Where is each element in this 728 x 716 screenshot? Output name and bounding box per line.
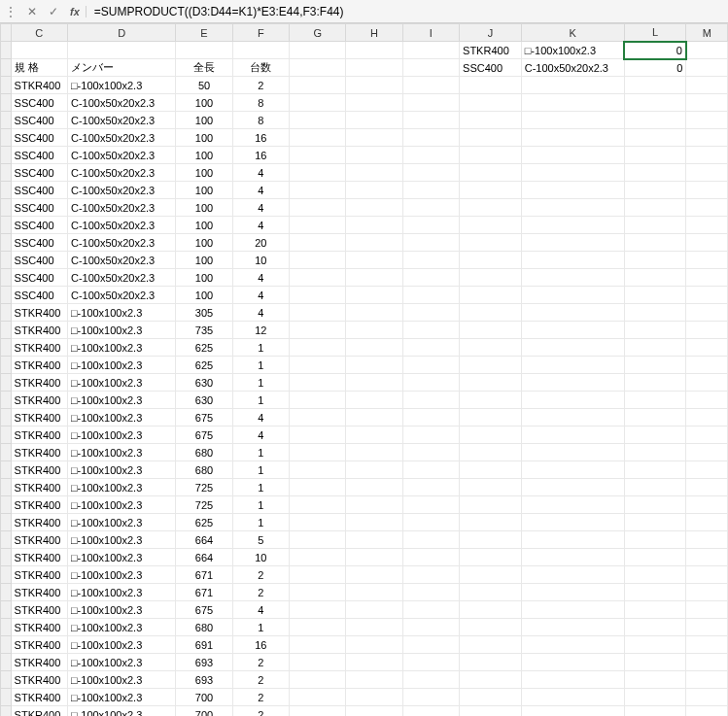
cell[interactable]: STKR400	[11, 636, 67, 654]
cell[interactable]: STKR400	[11, 444, 67, 461]
cell[interactable]: 680	[176, 619, 232, 636]
cell[interactable]: □-100x100x2.3	[67, 374, 175, 392]
cell[interactable]	[402, 147, 459, 164]
row-header[interactable]	[1, 182, 12, 199]
cell[interactable]: □-100x100x2.3	[67, 601, 175, 619]
col-header-E[interactable]: E	[176, 24, 232, 42]
row-header[interactable]	[1, 357, 12, 374]
cell[interactable]: STKR400	[11, 531, 67, 549]
cell[interactable]: STKR400	[11, 479, 67, 496]
cell[interactable]	[521, 77, 624, 94]
cell[interactable]	[346, 619, 402, 636]
cell[interactable]: 1	[232, 461, 289, 479]
cell[interactable]	[686, 426, 728, 444]
cell[interactable]: SSC400	[11, 269, 67, 287]
cell[interactable]	[521, 339, 624, 357]
cell[interactable]	[624, 269, 686, 287]
cell[interactable]	[686, 671, 728, 689]
cell[interactable]	[521, 269, 624, 287]
cell[interactable]: 625	[176, 514, 232, 531]
cell[interactable]	[686, 444, 728, 461]
cell[interactable]	[460, 392, 522, 409]
row-header[interactable]	[1, 234, 12, 252]
cell[interactable]	[624, 199, 686, 217]
cell[interactable]	[402, 584, 459, 601]
cell[interactable]: STKR400	[11, 689, 67, 706]
cell[interactable]: STKR400	[11, 409, 67, 426]
cell[interactable]	[521, 252, 624, 269]
cell[interactable]	[290, 496, 346, 514]
cell[interactable]	[346, 217, 402, 234]
fx-icon[interactable]: fx	[64, 6, 87, 17]
cell[interactable]	[346, 689, 402, 706]
cell[interactable]	[521, 496, 624, 514]
cell[interactable]	[686, 269, 728, 287]
cell[interactable]: □-100x100x2.3	[67, 636, 175, 654]
cell[interactable]	[686, 112, 728, 129]
row-header[interactable]	[1, 426, 12, 444]
cell[interactable]	[460, 479, 522, 496]
row-header[interactable]	[1, 706, 12, 717]
cell[interactable]	[290, 269, 346, 287]
cell[interactable]: STKR400	[11, 357, 67, 374]
cell[interactable]	[402, 287, 459, 304]
cell[interactable]: C-100x50x20x2.3	[67, 129, 175, 147]
cell[interactable]	[521, 322, 624, 339]
row-header[interactable]	[1, 217, 12, 234]
cell[interactable]	[402, 654, 459, 671]
cell[interactable]	[346, 94, 402, 112]
cell[interactable]	[290, 199, 346, 217]
cell[interactable]	[346, 374, 402, 392]
cell[interactable]	[402, 496, 459, 514]
cell[interactable]: 0	[624, 59, 686, 77]
cell[interactable]	[346, 164, 402, 182]
cell[interactable]	[521, 531, 624, 549]
cell[interactable]	[460, 461, 522, 479]
cell[interactable]: 16	[232, 129, 289, 147]
cell[interactable]	[290, 217, 346, 234]
cell[interactable]: C-100x50x20x2.3	[67, 199, 175, 217]
cell[interactable]	[176, 42, 232, 59]
cell[interactable]	[460, 636, 522, 654]
cell[interactable]	[521, 147, 624, 164]
cell[interactable]	[346, 392, 402, 409]
cell[interactable]: SSC400	[11, 287, 67, 304]
cell[interactable]	[521, 444, 624, 461]
row-header[interactable]	[1, 531, 12, 549]
cell[interactable]	[402, 479, 459, 496]
cell[interactable]	[521, 234, 624, 252]
cell[interactable]	[521, 514, 624, 531]
enter-icon[interactable]: ✓	[43, 1, 64, 22]
cell[interactable]: SSC400	[11, 182, 67, 199]
cell[interactable]: □-100x100x2.3	[67, 671, 175, 689]
cell[interactable]: □-100x100x2.3	[67, 339, 175, 357]
cell[interactable]: STKR400	[11, 584, 67, 601]
cell[interactable]	[290, 409, 346, 426]
cell[interactable]: 50	[176, 77, 232, 94]
select-all-corner[interactable]	[1, 24, 12, 42]
cell[interactable]: STKR400	[11, 496, 67, 514]
cell[interactable]	[521, 164, 624, 182]
cell[interactable]: 1	[232, 496, 289, 514]
cell[interactable]: 700	[176, 689, 232, 706]
cell[interactable]	[686, 182, 728, 199]
cell[interactable]	[624, 654, 686, 671]
cell[interactable]: 5	[232, 531, 289, 549]
cell[interactable]	[346, 129, 402, 147]
cell[interactable]: □-100x100x2.3	[67, 357, 175, 374]
cell[interactable]	[460, 252, 522, 269]
cancel-icon[interactable]: ✕	[21, 1, 43, 22]
cell[interactable]: □-100x100x2.3	[67, 549, 175, 566]
cell[interactable]: □-100x100x2.3	[67, 514, 175, 531]
cell[interactable]: STKR400	[11, 374, 67, 392]
cell[interactable]	[402, 531, 459, 549]
cell[interactable]	[521, 671, 624, 689]
cell[interactable]	[290, 549, 346, 566]
cell[interactable]	[460, 339, 522, 357]
cell[interactable]	[346, 479, 402, 496]
cell[interactable]	[624, 461, 686, 479]
cell[interactable]	[521, 304, 624, 322]
cell[interactable]: C-100x50x20x2.3	[67, 287, 175, 304]
cell[interactable]	[290, 147, 346, 164]
cell[interactable]: □-100x100x2.3	[67, 584, 175, 601]
